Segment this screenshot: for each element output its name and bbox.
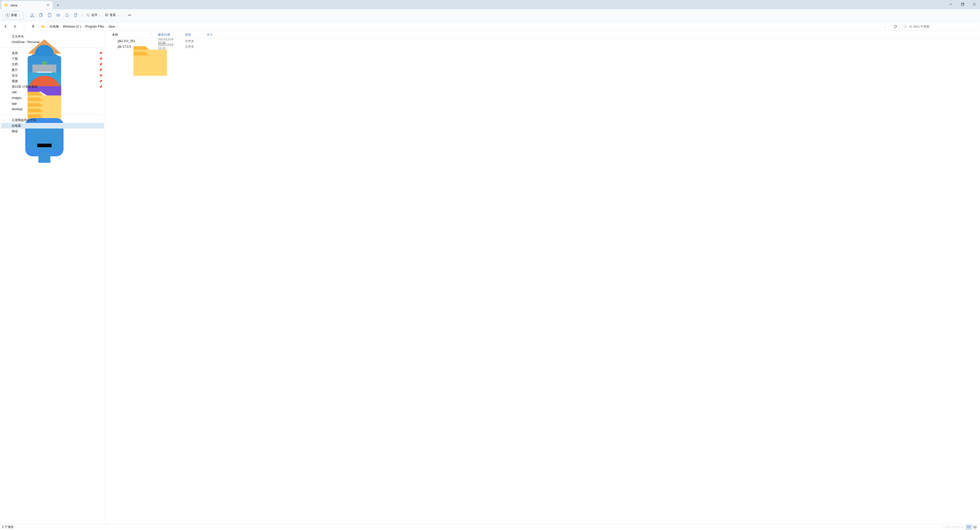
sidebar-item[interactable]: images	[1, 95, 104, 101]
sidebar-item-label: app	[12, 102, 17, 105]
column-date[interactable]: 修改日期	[156, 33, 183, 37]
nav-up-button[interactable]	[30, 23, 37, 30]
pin-icon: 📌	[99, 51, 103, 55]
sidebar-item[interactable]: ›网络	[1, 129, 104, 134]
column-headers: 名称 ⌃ 修改日期 类型 大小	[105, 32, 980, 38]
sidebar-item[interactable]: ›百度网盘同步空间	[1, 117, 104, 123]
folder-icon	[6, 102, 10, 106]
view-details-button[interactable]	[966, 525, 972, 530]
maximize-button[interactable]	[956, 0, 968, 8]
svg-point-26	[904, 25, 906, 27]
sidebar-item[interactable]: 下载📌	[1, 56, 104, 62]
nav-back-button[interactable]	[2, 23, 9, 30]
svg-rect-27	[973, 526, 975, 527]
sidebar-item[interactable]: 音乐📌	[1, 73, 104, 78]
close-tab-button[interactable]: ✕	[46, 3, 50, 7]
sidebar-item[interactable]: ›此电脑	[1, 123, 104, 129]
chevron-right-icon[interactable]: ›	[115, 25, 118, 28]
sort-button[interactable]: 排序 ⌄	[84, 11, 103, 20]
sidebar-onedrive[interactable]: OneDrive - Personal	[1, 39, 104, 45]
sidebar-item[interactable]: 图片📌	[1, 67, 104, 73]
file-date: 2022/12/19 20:10	[156, 43, 183, 50]
pin-icon: 📌	[99, 74, 103, 77]
pin-icon: 📌	[99, 80, 103, 83]
file-type: 文件夹	[183, 39, 205, 43]
pin-icon: 📌	[99, 57, 103, 60]
column-type[interactable]: 类型	[183, 33, 205, 37]
sidebar-item[interactable]: 桌面📌	[1, 50, 104, 56]
new-button[interactable]: + 新建 ⌄	[3, 11, 24, 20]
view-thumbnails-button[interactable]	[972, 525, 978, 530]
sidebar-item-label: 网络	[12, 129, 18, 134]
chevron-down-icon[interactable]: ⌄	[881, 25, 888, 28]
folder-icon	[6, 85, 10, 89]
sidebar-item-label: 此电脑	[12, 124, 21, 128]
delete-button[interactable]	[71, 11, 80, 20]
expand-icon[interactable]: ›	[2, 119, 5, 122]
breadcrumb-windows-c[interactable]: Windows (C:)	[62, 23, 82, 30]
new-tab-button[interactable]: +	[54, 1, 62, 9]
file-row[interactable]: jdk1.8.0_3512022/12/19 20:08文件夹	[105, 38, 980, 44]
tab-title: Java	[10, 3, 46, 7]
sidebar-item[interactable]: 视频📌	[1, 78, 104, 84]
more-button[interactable]: •••	[125, 11, 134, 20]
svg-rect-28	[975, 526, 977, 527]
file-row[interactable]: jdk-17.0.52022/12/19 20:10文件夹	[105, 44, 980, 49]
address-field[interactable]: › 此电脑 › Windows (C:) › Program Files › J…	[39, 22, 889, 30]
refresh-button[interactable]	[891, 22, 899, 30]
file-name: jdk-17.0.5	[118, 45, 131, 48]
sidebar-item[interactable]: app	[1, 101, 104, 107]
svg-rect-19	[961, 3, 963, 5]
cut-button[interactable]	[28, 11, 37, 20]
rename-button[interactable]	[54, 11, 62, 20]
file-list[interactable]: jdk1.8.0_3512022/12/19 20:08文件夹jdk-17.0.…	[105, 38, 980, 524]
minimize-button[interactable]	[945, 0, 956, 8]
copy-button[interactable]	[37, 11, 45, 20]
chevron-right-icon[interactable]: ›	[46, 25, 49, 28]
documents-icon	[6, 62, 10, 66]
home-icon	[6, 34, 10, 38]
pin-icon: 📌	[99, 85, 103, 89]
search-field[interactable]	[901, 22, 978, 30]
view-button[interactable]: 查看 ⌄	[103, 11, 121, 20]
svg-rect-24	[49, 13, 50, 14]
sidebar-item[interactable]: 第01章 计算机基础📌	[1, 84, 104, 89]
view-label: 查看	[110, 13, 116, 18]
search-input[interactable]	[909, 25, 976, 28]
nav-recent-button[interactable]: ⌄	[21, 23, 27, 30]
chevron-right-icon[interactable]: ›	[59, 25, 62, 28]
videos-icon	[6, 79, 10, 83]
expand-icon[interactable]: ›	[2, 124, 5, 127]
sidebar-home[interactable]: 主文件夹	[1, 33, 104, 39]
column-size[interactable]: 大小	[205, 33, 220, 37]
chevron-down-icon: ⌄	[99, 14, 100, 17]
paste-button[interactable]	[45, 11, 54, 20]
close-button[interactable]	[968, 0, 980, 8]
sidebar-item-label: OneDrive - Personal	[12, 40, 40, 44]
sidebar-item[interactable]: 文档📌	[1, 62, 104, 67]
share-button[interactable]	[62, 11, 71, 20]
folder-icon	[6, 90, 10, 94]
file-name: jdk1.8.0_351	[118, 39, 135, 43]
music-icon	[6, 73, 10, 78]
sidebar-item-label: x86	[12, 91, 17, 94]
sort-indicator-icon: ⌃	[150, 33, 152, 35]
sidebar-item[interactable]: x86	[1, 89, 104, 95]
breadcrumb-java[interactable]: Java	[108, 23, 115, 30]
chevron-right-icon[interactable]: ›	[105, 25, 108, 28]
pin-icon: 📌	[99, 68, 103, 72]
column-name[interactable]: 名称 ⌃	[110, 33, 156, 37]
pictures-icon	[6, 68, 10, 72]
tab-java[interactable]: Java ✕	[2, 1, 52, 9]
svg-rect-23	[48, 14, 51, 17]
nav-forward-button[interactable]	[11, 23, 18, 30]
breadcrumb-this-pc[interactable]: 此电脑	[49, 23, 59, 30]
sidebar-item-label: 下载	[12, 57, 18, 61]
sidebar-item[interactable]: develop	[1, 107, 104, 112]
breadcrumb-program-files[interactable]: Program Files	[85, 23, 105, 30]
expand-icon[interactable]: ›	[2, 130, 5, 133]
folder-icon	[112, 39, 116, 43]
watermark: CSDN @胖天才	[943, 525, 963, 529]
chevron-right-icon[interactable]: ›	[82, 25, 85, 28]
sidebar-item-label: 百度网盘同步空间	[12, 118, 36, 123]
